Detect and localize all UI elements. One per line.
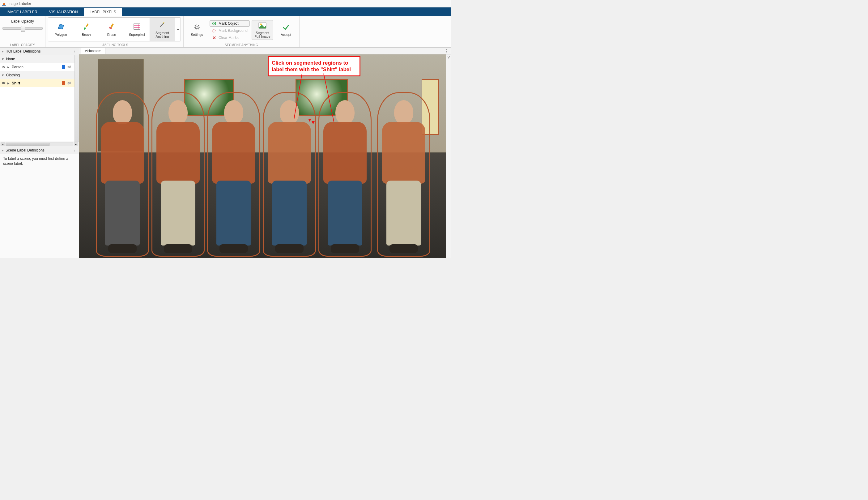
tab-image-labeler[interactable]: IMAGE LABELER [1,8,43,16]
tools-dropdown[interactable] [175,18,181,41]
tool-brush[interactable]: Brush [73,18,99,41]
window-title: Image Labeler [8,2,31,6]
person-2[interactable] [153,94,203,255]
tool-erase[interactable]: Erase [99,18,124,41]
tab-visualization[interactable]: VISUALIZATION [43,8,84,16]
collapse-icon: ▾ [2,57,6,61]
window-titlebar: Image Labeler [0,0,451,8]
svg-line-15 [198,25,199,26]
roi-panel-title: ROI Label Definitions [5,49,40,54]
right-collapsed-panel[interactable]: V [446,54,451,258]
segment-full-image-button[interactable]: Segment Full Image [252,20,273,40]
shirt-overlay[interactable] [382,122,425,184]
mark-object-button[interactable]: Mark Object [210,20,250,26]
erase-icon [107,22,116,31]
accept-label: Accept [281,33,291,36]
svg-marker-1 [58,24,64,29]
opacity-slider-thumb[interactable] [21,26,25,32]
scroll-right[interactable]: ▸ [74,143,78,146]
settings-label: Settings [191,33,203,36]
shirt-overlay[interactable] [101,122,144,184]
svg-rect-24 [68,82,71,84]
roi-tree: ▾ None 👁 ▸ Person ▾ Clothing [0,55,74,87]
label-shirt-name: Shirt [12,81,20,86]
shoes [331,244,359,253]
hscroll-thumb[interactable] [6,143,49,146]
settings-button[interactable]: Settings [186,22,208,38]
clear-icon [212,35,217,40]
roi-panel-header[interactable]: ▾ ROI Label Definitions ⋮ [0,48,79,55]
target-add-icon [212,21,217,26]
main-area: ▾ ROI Label Definitions ⋮ ▾ None 👁 ▸ Per… [0,48,451,258]
svg-point-7 [196,26,198,29]
horizontal-scrollbar[interactable]: ◂ ▸ [0,141,79,147]
ribbon: Label Opacity LABEL OPACITY Polygon Brus… [0,16,451,48]
annotation-callout: Click on segmented regions to label them… [268,56,360,76]
brush-icon [82,22,91,31]
opacity-slider[interactable] [2,27,43,30]
shirt-overlay[interactable] [268,122,311,184]
doc-tabs-menu[interactable]: ⋮ [441,48,451,54]
target-remove-icon [212,28,217,33]
clear-marks-label: Clear Marks [219,36,239,40]
ribbon-group-tools: Polygon Brush Erase Superpixel Segment A… [45,16,184,47]
ribbon-group-sa-label: SEGMENT ANYTHING [186,43,297,47]
eraser-icon[interactable] [67,80,73,86]
tool-segment-anything[interactable]: Segment Anything [150,18,175,41]
svg-rect-2 [85,23,89,27]
tool-superpixel[interactable]: Superpixel [124,18,150,41]
person-4[interactable] [265,94,314,255]
image-canvas[interactable]: Click on segmented regions to label them… [79,54,446,258]
mark-background-button: Mark Background [210,27,250,34]
clear-marks-button: Clear Marks [210,35,250,41]
shirt-overlay[interactable] [157,122,200,184]
hscroll-track[interactable] [5,143,73,146]
scene-empty-message: To label a scene, you must first define … [0,154,79,258]
scroll-left[interactable]: ◂ [1,143,5,146]
tool-superpixel-label: Superpixel [129,33,145,36]
canvas-area: visionteam ⋮ [79,48,451,258]
doc-tab-visionteam[interactable]: visionteam [81,47,105,54]
visibility-icon[interactable]: 👁 [2,65,8,69]
label-shirt[interactable]: 👁 ▸ Shirt [0,79,74,87]
chevron-down-icon: ▾ [2,49,5,54]
person-6[interactable] [379,94,428,255]
tool-polygon[interactable]: Polygon [48,18,73,41]
ribbon-group-segment-anything: Settings Mark Object Mark Background Cle… [184,16,300,47]
chevron-down-icon [176,28,180,31]
eraser-icon[interactable] [67,64,73,70]
group-clothing[interactable]: ▾ Clothing [0,71,74,79]
gear-icon [193,23,201,32]
app-icon [2,2,6,6]
superpixel-icon [132,22,141,31]
roi-panel-menu[interactable]: ⋮ [73,49,77,54]
tab-label-pixels[interactable]: LABEL PIXELS [84,8,122,16]
group-clothing-label: Clothing [6,73,20,77]
vertical-scrollbar[interactable] [74,55,79,141]
person-5[interactable] [320,94,370,255]
ribbon-group-opacity: Label Opacity LABEL OPACITY [0,16,45,47]
accept-button[interactable]: Accept [275,22,297,38]
tool-segment-anything-label: Segment Anything [155,31,169,38]
person-1[interactable] [98,94,147,255]
group-none[interactable]: ▾ None [0,55,74,63]
tool-polygon-label: Polygon [55,33,67,36]
wand-icon [158,20,166,29]
pants [328,181,362,246]
callout-line2: label them with the "Shirt" label [272,66,356,73]
svg-line-13 [198,29,199,30]
document-tabstrip: visionteam ⋮ [79,48,451,54]
swatch [62,65,65,69]
head [169,100,188,124]
callout-arrowhead [312,121,315,124]
scene-panel-menu[interactable]: ⋮ [73,148,77,153]
visibility-icon[interactable]: 👁 [2,81,8,86]
svg-rect-0 [2,5,6,5]
expand-icon: ▸ [8,65,12,69]
pants [272,181,306,246]
person-3[interactable] [209,94,258,255]
label-person[interactable]: 👁 ▸ Person [0,63,74,71]
shirt-overlay[interactable] [212,122,255,184]
scene-panel-header[interactable]: ▾ Scene Label Definitions ⋮ [0,147,79,154]
shirt-overlay[interactable] [323,122,367,184]
